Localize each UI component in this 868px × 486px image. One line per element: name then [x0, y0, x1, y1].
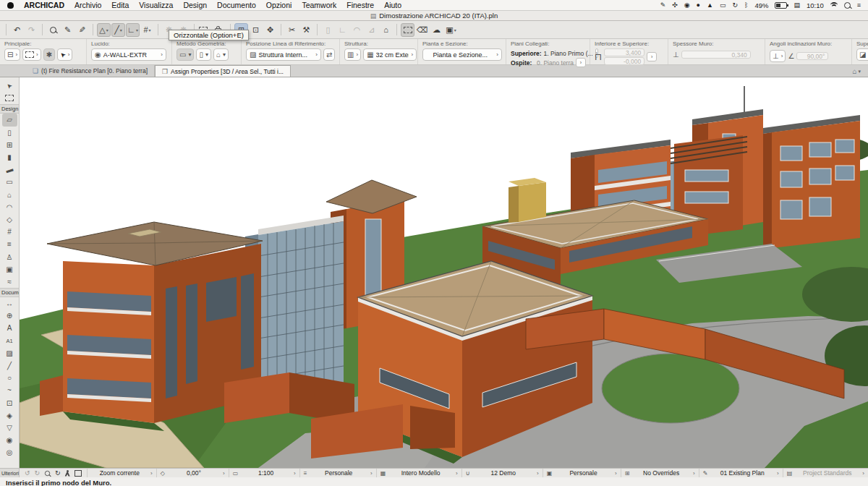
tool-arrow[interactable]: ➤	[2, 80, 17, 92]
zoom-in-icon[interactable]	[45, 470, 50, 475]
tool-morph[interactable]: ◇	[2, 213, 17, 226]
renovation-filter-selector[interactable]: ✎ 01 Existing Plan›	[699, 469, 783, 477]
tool-column[interactable]: ▮	[2, 151, 17, 163]
tool-figure[interactable]: ⊡	[2, 397, 17, 409]
pen-set-selector[interactable]: ≡ Personale›	[300, 469, 377, 477]
pick-up-parameters-button[interactable]: ✎	[61, 23, 75, 37]
settings-dialog-button[interactable]: ⊟›	[4, 48, 20, 61]
tool-roof[interactable]: ⌂	[2, 189, 17, 201]
selection-marquee-button[interactable]	[401, 23, 414, 37]
rotate-toggle-button[interactable]: ✱	[43, 48, 55, 61]
display-status-icon[interactable]: ▭	[720, 1, 726, 9]
tool-shell[interactable]: ◠	[2, 201, 17, 213]
explore-walk-icon[interactable]	[65, 470, 70, 477]
tab-overview-button[interactable]: ⌂ ▾	[852, 67, 868, 77]
clock-time[interactable]: 10:10	[807, 1, 824, 9]
menu-aiuto[interactable]: Aiuto	[384, 1, 401, 9]
tab-fire-resistance-plan[interactable]: ❏ (t) Fire Resistance Plan [0. Piano ter…	[26, 65, 155, 77]
bottom-elevation-input[interactable]: -0,000	[604, 57, 644, 65]
trim-button[interactable]: ╱▾	[111, 23, 125, 37]
find-select-button[interactable]	[46, 23, 60, 37]
inject-parameters-button[interactable]: ✎	[75, 23, 89, 37]
top-elevation-input[interactable]: 3,400	[604, 48, 644, 56]
ospite-select-button[interactable]: ›	[576, 58, 586, 67]
tool-line[interactable]: ╱	[2, 359, 17, 372]
tool-camera[interactable]: ◎	[2, 446, 17, 459]
sync-status-icon[interactable]: ↻	[732, 1, 738, 9]
scale-selector[interactable]: ▭ 1:100›	[229, 469, 300, 477]
3d-viewport[interactable]	[20, 77, 868, 468]
tool-elevation-marker[interactable]: ▽	[2, 422, 17, 434]
structure-type-button[interactable]: ▥›	[344, 48, 361, 61]
tool-beam[interactable]: ▬	[2, 163, 17, 176]
guide-lines-button[interactable]: △▾	[97, 23, 111, 37]
tool-slab[interactable]: ▭	[2, 176, 17, 188]
geometry-curved-button[interactable]: ▯▾	[196, 48, 211, 61]
zoom-selector[interactable]: Zoom corrente›	[88, 469, 157, 477]
apple-menu-icon[interactable]	[7, 2, 14, 9]
wall-angle-input[interactable]: 90,00°	[796, 52, 828, 60]
tool-zone[interactable]: ▣	[2, 263, 17, 276]
fillet-button[interactable]: ◠	[350, 23, 364, 37]
project-standards-selector[interactable]: ▤ Project Standards›	[783, 469, 868, 477]
3d-view-button[interactable]: ▣▾	[444, 23, 458, 37]
toolbox-section-documento[interactable]: Docume	[0, 288, 19, 297]
menu-opzioni[interactable]: Opzioni	[266, 1, 292, 9]
tool-polyline[interactable]: ~	[2, 384, 17, 396]
battery-icon[interactable]	[775, 2, 787, 9]
app-status-icon-1[interactable]: ✣	[672, 1, 678, 9]
menu-finestre[interactable]: Finestre	[346, 1, 374, 9]
tool-door[interactable]: ▯	[2, 127, 17, 139]
menu-edita[interactable]: Edita	[111, 1, 129, 9]
overrides-selector[interactable]: ⊞ No Overrides›	[621, 469, 699, 477]
fit-in-window-icon[interactable]	[75, 470, 82, 477]
stretch-button[interactable]: ✥	[263, 23, 277, 37]
toolbox-section-design[interactable]: Design	[0, 104, 19, 114]
app-status-icon-3[interactable]: ●	[697, 1, 700, 9]
spotlight-search-icon[interactable]	[844, 2, 851, 9]
dimension-pref-selector[interactable]: ▣ Personale›	[543, 469, 621, 477]
eraser-button[interactable]: ⌫	[415, 23, 429, 37]
intersect-button[interactable]: ▯	[321, 23, 335, 37]
pen-status-icon[interactable]: ✎	[660, 1, 666, 9]
wifi-icon[interactable]	[830, 2, 838, 8]
geometry-poly-button[interactable]: ⌂▾	[213, 48, 229, 61]
tool-wall[interactable]: ▱	[2, 114, 17, 126]
tool-detail-marker[interactable]: ◉	[2, 434, 17, 446]
toolbox-section-ulteriori[interactable]: Ulteriori	[0, 469, 20, 477]
menu-visualizza[interactable]: Visualizza	[139, 1, 173, 9]
publish-button[interactable]: ☁	[430, 23, 443, 37]
window-titlebar[interactable]: ▤ Dimostrazione ARCHICAD 20 (ITA).pln	[0, 11, 868, 21]
tool-label[interactable]: A1	[2, 335, 17, 347]
control-center-icon[interactable]: ≡	[857, 1, 861, 9]
tool-marquee[interactable]	[2, 92, 17, 104]
tool-text[interactable]: A	[2, 322, 17, 334]
surface-button[interactable]: ◪▾	[856, 48, 868, 61]
menu-archicad[interactable]: ARCHICAD	[24, 1, 64, 9]
reference-line-button[interactable]: ▨Struttura Intern...›	[246, 48, 321, 61]
tool-stair[interactable]: ≡	[2, 238, 17, 250]
resize-button[interactable]: ⊿	[365, 23, 378, 37]
tool-window[interactable]: ⊞	[2, 139, 17, 151]
menu-archivio[interactable]: Archivio	[75, 1, 101, 9]
flip-button[interactable]: ⇄	[323, 48, 335, 61]
keyboard-status-icon[interactable]: ▤	[793, 1, 800, 9]
composite-selector-button[interactable]: ▦32 cm Exterior...›	[363, 48, 417, 61]
tool-mesh[interactable]: ≈	[2, 276, 17, 288]
menu-teamwork[interactable]: Teamwork	[302, 1, 336, 9]
orbit-icon[interactable]: ↻	[55, 469, 61, 477]
view-forward-icon[interactable]: ↻	[35, 469, 41, 477]
undo-button[interactable]: ↶	[10, 23, 24, 37]
app-status-icon-2[interactable]: ◉	[684, 1, 690, 9]
dimension-options-button[interactable]: ⊡	[249, 23, 263, 37]
tab-assign-properties[interactable]: ❐ Assign Properties [3D / Area Sel., Tut…	[155, 65, 291, 77]
adjust-elements-button[interactable]: ⚒	[299, 23, 313, 37]
tool-fill[interactable]: ▨	[2, 347, 17, 359]
menu-design[interactable]: Design	[183, 1, 207, 9]
wall-angle-button[interactable]: ⊥›	[770, 50, 786, 62]
plan-section-button[interactable]: Pianta e Sezione...›	[422, 48, 502, 61]
layer-selector-button[interactable]: ◉A-WALL-EXTR›	[91, 48, 166, 61]
redo-button[interactable]: ↷	[25, 23, 38, 37]
wall-thickness-input[interactable]: 0,340	[681, 51, 751, 59]
bluetooth-status-icon[interactable]: ᛒ	[744, 1, 748, 9]
